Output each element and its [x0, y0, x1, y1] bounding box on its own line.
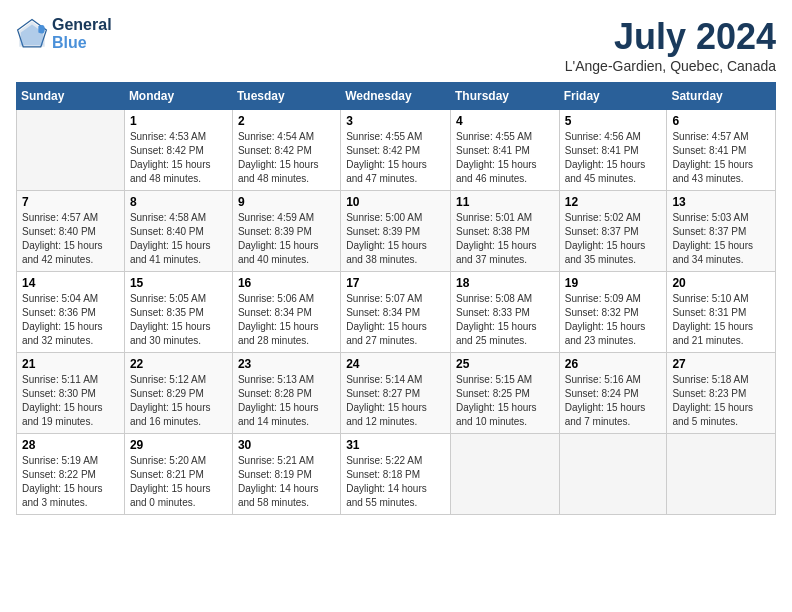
day-info: Sunrise: 5:09 AM Sunset: 8:32 PM Dayligh…: [565, 292, 662, 348]
day-number: 31: [346, 438, 445, 452]
week-row-1: 1Sunrise: 4:53 AM Sunset: 8:42 PM Daylig…: [17, 110, 776, 191]
day-number: 8: [130, 195, 227, 209]
day-info: Sunrise: 5:02 AM Sunset: 8:37 PM Dayligh…: [565, 211, 662, 267]
day-info: Sunrise: 4:54 AM Sunset: 8:42 PM Dayligh…: [238, 130, 335, 186]
month-title: July 2024: [565, 16, 776, 58]
day-info: Sunrise: 5:19 AM Sunset: 8:22 PM Dayligh…: [22, 454, 119, 510]
calendar-cell: 13Sunrise: 5:03 AM Sunset: 8:37 PM Dayli…: [667, 191, 776, 272]
calendar-cell: 22Sunrise: 5:12 AM Sunset: 8:29 PM Dayli…: [124, 353, 232, 434]
day-header-tuesday: Tuesday: [232, 83, 340, 110]
day-info: Sunrise: 5:13 AM Sunset: 8:28 PM Dayligh…: [238, 373, 335, 429]
day-number: 15: [130, 276, 227, 290]
calendar-cell: 12Sunrise: 5:02 AM Sunset: 8:37 PM Dayli…: [559, 191, 667, 272]
day-info: Sunrise: 5:10 AM Sunset: 8:31 PM Dayligh…: [672, 292, 770, 348]
day-number: 2: [238, 114, 335, 128]
day-number: 7: [22, 195, 119, 209]
calendar-cell: 21Sunrise: 5:11 AM Sunset: 8:30 PM Dayli…: [17, 353, 125, 434]
day-number: 3: [346, 114, 445, 128]
calendar-cell: 14Sunrise: 5:04 AM Sunset: 8:36 PM Dayli…: [17, 272, 125, 353]
calendar-cell: 17Sunrise: 5:07 AM Sunset: 8:34 PM Dayli…: [341, 272, 451, 353]
day-info: Sunrise: 5:20 AM Sunset: 8:21 PM Dayligh…: [130, 454, 227, 510]
day-info: Sunrise: 4:59 AM Sunset: 8:39 PM Dayligh…: [238, 211, 335, 267]
calendar-cell: 9Sunrise: 4:59 AM Sunset: 8:39 PM Daylig…: [232, 191, 340, 272]
calendar-cell: 18Sunrise: 5:08 AM Sunset: 8:33 PM Dayli…: [450, 272, 559, 353]
day-number: 16: [238, 276, 335, 290]
calendar-cell: 4Sunrise: 4:55 AM Sunset: 8:41 PM Daylig…: [450, 110, 559, 191]
day-info: Sunrise: 4:57 AM Sunset: 8:41 PM Dayligh…: [672, 130, 770, 186]
day-number: 22: [130, 357, 227, 371]
week-row-4: 21Sunrise: 5:11 AM Sunset: 8:30 PM Dayli…: [17, 353, 776, 434]
day-number: 6: [672, 114, 770, 128]
calendar-cell: 31Sunrise: 5:22 AM Sunset: 8:18 PM Dayli…: [341, 434, 451, 515]
calendar-cell: 24Sunrise: 5:14 AM Sunset: 8:27 PM Dayli…: [341, 353, 451, 434]
calendar-cell: 15Sunrise: 5:05 AM Sunset: 8:35 PM Dayli…: [124, 272, 232, 353]
day-header-monday: Monday: [124, 83, 232, 110]
day-info: Sunrise: 5:06 AM Sunset: 8:34 PM Dayligh…: [238, 292, 335, 348]
day-number: 14: [22, 276, 119, 290]
logo-text: General Blue: [52, 16, 112, 52]
calendar-cell: 29Sunrise: 5:20 AM Sunset: 8:21 PM Dayli…: [124, 434, 232, 515]
day-info: Sunrise: 5:22 AM Sunset: 8:18 PM Dayligh…: [346, 454, 445, 510]
logo: General Blue: [16, 16, 112, 52]
day-info: Sunrise: 5:00 AM Sunset: 8:39 PM Dayligh…: [346, 211, 445, 267]
calendar-cell: 30Sunrise: 5:21 AM Sunset: 8:19 PM Dayli…: [232, 434, 340, 515]
day-info: Sunrise: 5:05 AM Sunset: 8:35 PM Dayligh…: [130, 292, 227, 348]
day-info: Sunrise: 5:08 AM Sunset: 8:33 PM Dayligh…: [456, 292, 554, 348]
week-row-5: 28Sunrise: 5:19 AM Sunset: 8:22 PM Dayli…: [17, 434, 776, 515]
day-header-friday: Friday: [559, 83, 667, 110]
calendar-table: SundayMondayTuesdayWednesdayThursdayFrid…: [16, 82, 776, 515]
calendar-cell: 19Sunrise: 5:09 AM Sunset: 8:32 PM Dayli…: [559, 272, 667, 353]
day-number: 5: [565, 114, 662, 128]
title-area: July 2024 L'Ange-Gardien, Quebec, Canada: [565, 16, 776, 74]
day-info: Sunrise: 5:14 AM Sunset: 8:27 PM Dayligh…: [346, 373, 445, 429]
week-row-2: 7Sunrise: 4:57 AM Sunset: 8:40 PM Daylig…: [17, 191, 776, 272]
day-number: 18: [456, 276, 554, 290]
location-title: L'Ange-Gardien, Quebec, Canada: [565, 58, 776, 74]
day-info: Sunrise: 4:57 AM Sunset: 8:40 PM Dayligh…: [22, 211, 119, 267]
calendar-cell: 7Sunrise: 4:57 AM Sunset: 8:40 PM Daylig…: [17, 191, 125, 272]
day-info: Sunrise: 4:56 AM Sunset: 8:41 PM Dayligh…: [565, 130, 662, 186]
logo-icon: [16, 18, 48, 50]
calendar-cell: [17, 110, 125, 191]
calendar-cell: 8Sunrise: 4:58 AM Sunset: 8:40 PM Daylig…: [124, 191, 232, 272]
day-header-thursday: Thursday: [450, 83, 559, 110]
calendar-cell: 6Sunrise: 4:57 AM Sunset: 8:41 PM Daylig…: [667, 110, 776, 191]
day-number: 20: [672, 276, 770, 290]
day-number: 10: [346, 195, 445, 209]
day-number: 12: [565, 195, 662, 209]
day-info: Sunrise: 5:12 AM Sunset: 8:29 PM Dayligh…: [130, 373, 227, 429]
day-info: Sunrise: 5:03 AM Sunset: 8:37 PM Dayligh…: [672, 211, 770, 267]
calendar-cell: 27Sunrise: 5:18 AM Sunset: 8:23 PM Dayli…: [667, 353, 776, 434]
calendar-cell: 23Sunrise: 5:13 AM Sunset: 8:28 PM Dayli…: [232, 353, 340, 434]
day-info: Sunrise: 4:55 AM Sunset: 8:42 PM Dayligh…: [346, 130, 445, 186]
calendar-cell: 10Sunrise: 5:00 AM Sunset: 8:39 PM Dayli…: [341, 191, 451, 272]
calendar-cell: 1Sunrise: 4:53 AM Sunset: 8:42 PM Daylig…: [124, 110, 232, 191]
calendar-cell: 26Sunrise: 5:16 AM Sunset: 8:24 PM Dayli…: [559, 353, 667, 434]
week-row-3: 14Sunrise: 5:04 AM Sunset: 8:36 PM Dayli…: [17, 272, 776, 353]
day-info: Sunrise: 5:01 AM Sunset: 8:38 PM Dayligh…: [456, 211, 554, 267]
calendar-cell: 5Sunrise: 4:56 AM Sunset: 8:41 PM Daylig…: [559, 110, 667, 191]
day-header-sunday: Sunday: [17, 83, 125, 110]
day-number: 28: [22, 438, 119, 452]
day-number: 26: [565, 357, 662, 371]
day-info: Sunrise: 4:58 AM Sunset: 8:40 PM Dayligh…: [130, 211, 227, 267]
calendar-cell: 2Sunrise: 4:54 AM Sunset: 8:42 PM Daylig…: [232, 110, 340, 191]
day-info: Sunrise: 5:04 AM Sunset: 8:36 PM Dayligh…: [22, 292, 119, 348]
day-number: 11: [456, 195, 554, 209]
calendar-cell: 28Sunrise: 5:19 AM Sunset: 8:22 PM Dayli…: [17, 434, 125, 515]
day-header-saturday: Saturday: [667, 83, 776, 110]
day-info: Sunrise: 4:53 AM Sunset: 8:42 PM Dayligh…: [130, 130, 227, 186]
day-info: Sunrise: 5:21 AM Sunset: 8:19 PM Dayligh…: [238, 454, 335, 510]
day-header-wednesday: Wednesday: [341, 83, 451, 110]
day-number: 9: [238, 195, 335, 209]
day-number: 23: [238, 357, 335, 371]
calendar-cell: [450, 434, 559, 515]
day-info: Sunrise: 5:18 AM Sunset: 8:23 PM Dayligh…: [672, 373, 770, 429]
calendar-cell: 3Sunrise: 4:55 AM Sunset: 8:42 PM Daylig…: [341, 110, 451, 191]
calendar-cell: 16Sunrise: 5:06 AM Sunset: 8:34 PM Dayli…: [232, 272, 340, 353]
calendar-cell: 25Sunrise: 5:15 AM Sunset: 8:25 PM Dayli…: [450, 353, 559, 434]
day-number: 1: [130, 114, 227, 128]
day-number: 21: [22, 357, 119, 371]
day-number: 19: [565, 276, 662, 290]
day-info: Sunrise: 4:55 AM Sunset: 8:41 PM Dayligh…: [456, 130, 554, 186]
